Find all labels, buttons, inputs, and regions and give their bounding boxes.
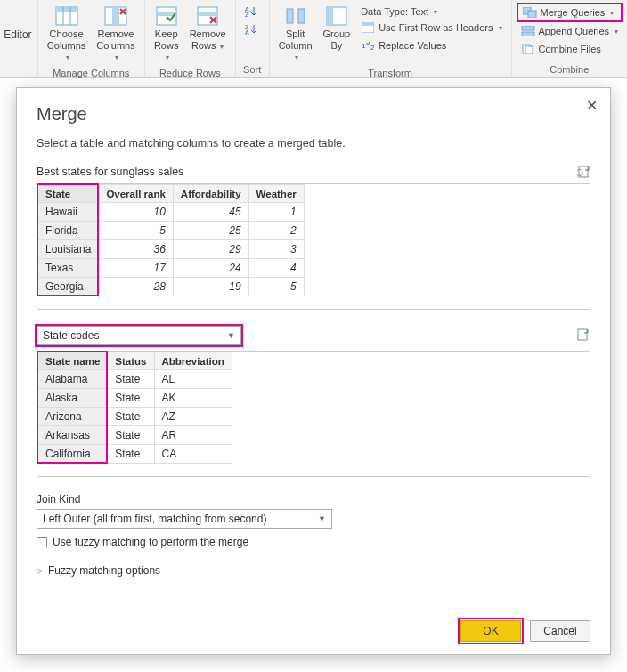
- table1[interactable]: StateOverall rankAffordabilityWeatherHaw…: [37, 184, 305, 296]
- column-header[interactable]: Abbreviation: [154, 352, 232, 370]
- table-row[interactable]: ArkansasStateAR: [38, 426, 232, 445]
- table-cell[interactable]: 5: [99, 222, 173, 240]
- group-reduce-rows: KeepRows ▾ RemoveRows ▾ Reduce Rows: [145, 0, 236, 77]
- table-cell[interactable]: 10: [99, 203, 173, 222]
- table-cell[interactable]: AZ: [154, 408, 232, 426]
- svg-text:1: 1: [362, 42, 366, 50]
- svg-text:2: 2: [370, 44, 374, 51]
- group-by-button[interactable]: GroupBy: [318, 2, 356, 54]
- table-cell[interactable]: AL: [154, 370, 232, 389]
- table-cell[interactable]: State: [108, 389, 154, 408]
- remove-rows-button[interactable]: RemoveRows ▾: [184, 2, 232, 54]
- table-row[interactable]: Louisiana36293: [38, 240, 305, 259]
- keep-rows-icon: [154, 5, 179, 27]
- table2-selector[interactable]: State codes ▼: [37, 326, 241, 345]
- column-header[interactable]: State: [38, 185, 99, 203]
- table-row[interactable]: Florida5252: [38, 222, 305, 240]
- table-cell[interactable]: AR: [154, 426, 232, 445]
- column-header[interactable]: State name: [38, 352, 108, 370]
- svg-rect-1: [56, 7, 77, 12]
- table-row[interactable]: ArizonaStateAZ: [38, 408, 232, 426]
- fuzzy-options-toggle[interactable]: ▷ Fuzzy matching options: [37, 564, 590, 577]
- table-cell[interactable]: 17: [99, 259, 173, 278]
- group-label-combine: Combine: [550, 62, 589, 77]
- svg-rect-29: [522, 32, 534, 36]
- table-cell[interactable]: 2: [248, 222, 304, 240]
- table-cell[interactable]: 1: [248, 203, 304, 222]
- replace-values-button[interactable]: 12 Replace Values: [357, 37, 505, 53]
- cancel-button[interactable]: Cancel: [530, 620, 590, 642]
- table-cell[interactable]: State: [108, 370, 154, 389]
- table2[interactable]: State nameStatusAbbreviationAlabamaState…: [37, 352, 232, 464]
- fuzzy-matching-label: Use fuzzy matching to perform the merge: [53, 536, 248, 548]
- merge-queries-button[interactable]: Merge Queries▾: [517, 4, 623, 21]
- keep-rows-button[interactable]: KeepRows ▾: [149, 2, 184, 66]
- column-header[interactable]: Overall rank: [99, 185, 173, 203]
- table-row[interactable]: Hawaii10451: [38, 203, 305, 222]
- table-row[interactable]: AlabamaStateAL: [38, 370, 232, 389]
- choose-columns-button[interactable]: ChooseColumns ▾: [42, 2, 91, 66]
- table-cell[interactable]: Texas: [38, 259, 99, 278]
- table-cell[interactable]: 29: [173, 240, 248, 259]
- refresh-icon-2[interactable]: [576, 328, 590, 342]
- checkbox-icon: [37, 537, 47, 547]
- data-type-button[interactable]: Data Type: Text▾: [357, 5, 505, 18]
- table-row[interactable]: Georgia28195: [38, 278, 305, 296]
- fuzzy-matching-checkbox-row[interactable]: Use fuzzy matching to perform the merge: [37, 536, 590, 548]
- column-header[interactable]: Weather: [248, 185, 304, 203]
- refresh-icon[interactable]: [577, 165, 591, 179]
- table-cell[interactable]: Alaska: [38, 389, 108, 408]
- table-cell[interactable]: 24: [173, 259, 248, 278]
- table-cell[interactable]: Florida: [38, 222, 99, 240]
- table-cell[interactable]: 25: [173, 222, 248, 240]
- svg-rect-19: [298, 9, 305, 23]
- table-row[interactable]: Texas17244: [38, 259, 305, 278]
- ok-button[interactable]: OK: [460, 620, 521, 642]
- table2-selector-value: State codes: [43, 329, 99, 342]
- table-cell[interactable]: 28: [99, 278, 173, 296]
- sort-desc-button[interactable]: ZA: [241, 21, 263, 37]
- sort-asc-button[interactable]: AZ: [241, 4, 263, 20]
- group-by-label: GroupBy: [323, 28, 351, 51]
- remove-columns-icon: [103, 5, 128, 27]
- table-cell[interactable]: 19: [173, 278, 248, 296]
- table1-preview: StateOverall rankAffordabilityWeatherHaw…: [37, 183, 590, 310]
- table-cell[interactable]: California: [38, 445, 108, 464]
- table-cell[interactable]: Louisiana: [38, 240, 99, 259]
- table-cell[interactable]: Arizona: [38, 408, 108, 426]
- chevron-right-icon: ▷: [37, 567, 43, 575]
- svg-rect-11: [198, 12, 217, 16]
- table-cell[interactable]: Georgia: [38, 278, 99, 296]
- split-column-button[interactable]: SplitColumn ▾: [273, 2, 318, 66]
- column-header[interactable]: Affordability: [173, 185, 248, 203]
- table-cell[interactable]: AK: [154, 389, 232, 408]
- table-cell[interactable]: Hawaii: [38, 203, 99, 222]
- table-cell[interactable]: CA: [154, 445, 232, 464]
- table-cell[interactable]: State: [108, 445, 154, 464]
- table-cell[interactable]: 4: [248, 259, 304, 278]
- table-cell[interactable]: 5: [248, 278, 304, 296]
- table-row[interactable]: AlaskaStateAK: [38, 389, 232, 408]
- fuzzy-options-label: Fuzzy matching options: [48, 564, 160, 577]
- join-kind-selector[interactable]: Left Outer (all from first, matching fro…: [37, 509, 332, 529]
- table-cell[interactable]: 3: [248, 240, 304, 259]
- table-cell[interactable]: State: [108, 426, 154, 445]
- keep-rows-label: KeepRows ▾: [154, 28, 179, 62]
- table-cell[interactable]: 45: [173, 203, 248, 222]
- first-row-headers-icon: [361, 20, 375, 35]
- combine-files-button[interactable]: Combine Files: [517, 41, 623, 57]
- first-row-headers-button[interactable]: Use First Row as Headers▾: [357, 20, 505, 36]
- group-label-transform: Transform: [368, 66, 412, 81]
- table-cell[interactable]: State: [108, 408, 154, 426]
- table-cell[interactable]: 36: [99, 240, 173, 259]
- append-queries-button[interactable]: Append Queries▾: [517, 23, 623, 39]
- table-cell[interactable]: Alabama: [38, 370, 108, 389]
- chevron-down-icon: ▼: [227, 332, 235, 340]
- dialog-subtitle: Select a table and matching columns to c…: [37, 137, 590, 150]
- remove-columns-button[interactable]: RemoveColumns ▾: [91, 2, 140, 66]
- close-button[interactable]: ✕: [586, 97, 598, 114]
- column-header[interactable]: Status: [108, 352, 154, 370]
- table-cell[interactable]: Arkansas: [38, 426, 108, 445]
- table-row[interactable]: CaliforniaStateCA: [38, 445, 232, 464]
- dialog-title: Merge: [37, 104, 590, 125]
